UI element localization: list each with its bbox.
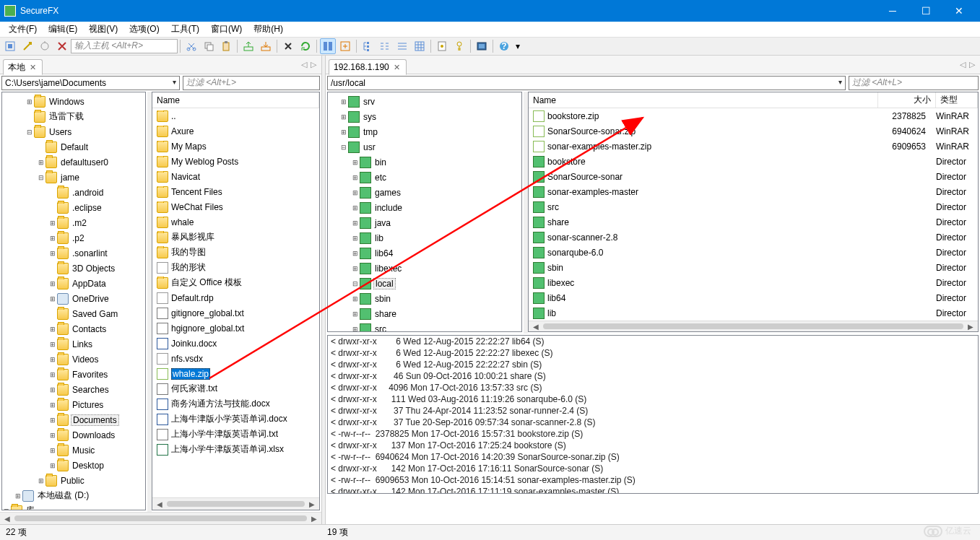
col-name[interactable]: Name bbox=[529, 92, 878, 108]
expand-icon[interactable]: ⊞ bbox=[48, 295, 57, 302]
tree-item[interactable]: ⊞tmp bbox=[328, 124, 521, 139]
expand-icon[interactable]: ⊞ bbox=[351, 204, 360, 212]
list-item[interactable]: SonarSource-sonarDirector bbox=[529, 169, 978, 184]
refresh-icon[interactable] bbox=[298, 38, 313, 54]
remote-file-list[interactable]: Name 大小 类型 bookstore.zip2378825WinRARSon… bbox=[528, 92, 979, 332]
expand-icon[interactable]: ⊞ bbox=[339, 113, 348, 121]
list-item[interactable]: Default.rdp bbox=[152, 290, 319, 305]
expand-icon[interactable]: ⊞ bbox=[25, 98, 34, 105]
hscroll-local-tree[interactable]: ◀▶ bbox=[0, 512, 321, 524]
tree-item[interactable]: ⊞Favorites bbox=[2, 367, 145, 382]
expand-icon[interactable]: ⊞ bbox=[48, 326, 57, 333]
local-filter-input[interactable]: 过滤 <Alt+L> bbox=[183, 76, 320, 90]
remote-log[interactable]: < drwxr-xr-x 6 Wed 12-Aug-2015 22:22:27 … bbox=[327, 335, 979, 494]
tree-item[interactable]: ⊞Searches bbox=[2, 382, 145, 397]
list-item[interactable]: 上海牛津版小学英语单词.docx bbox=[152, 411, 319, 427]
delete-icon[interactable] bbox=[280, 38, 296, 54]
list-item[interactable]: sonarqube-6.0Director bbox=[529, 245, 978, 260]
expand-icon[interactable]: ⊞ bbox=[37, 159, 45, 166]
tree-item[interactable]: 3D Objects bbox=[2, 261, 145, 276]
permissions-icon[interactable] bbox=[451, 38, 467, 54]
list-item[interactable]: SonarSource-sonar.zip6940624WinRAR bbox=[529, 123, 978, 139]
list-item[interactable]: lib64Director bbox=[529, 290, 978, 305]
list-item[interactable]: 上海小学牛津版英语单词.txt bbox=[152, 427, 319, 442]
reconnect-icon[interactable] bbox=[37, 38, 53, 54]
menu-file[interactable]: 文件(F) bbox=[3, 22, 43, 36]
connect-icon[interactable] bbox=[2, 38, 18, 54]
view-detail-icon[interactable] bbox=[394, 38, 410, 54]
view-tree-icon[interactable] bbox=[360, 38, 376, 54]
expand-icon[interactable]: ⊞ bbox=[351, 326, 360, 333]
expand-icon[interactable]: ⊞ bbox=[48, 386, 57, 393]
close-button[interactable]: ✕ bbox=[942, 0, 976, 22]
list-item[interactable]: whale.zip bbox=[152, 366, 319, 381]
tree-item[interactable]: ⊞sbin bbox=[328, 291, 521, 306]
tree-item[interactable]: ⊞AppData bbox=[2, 276, 145, 291]
maximize-button[interactable]: ☐ bbox=[909, 0, 942, 22]
list-item[interactable]: 暴风影视库 bbox=[152, 230, 319, 245]
tree-item[interactable]: ⊞.m2 bbox=[2, 215, 145, 230]
list-item[interactable]: sbinDirector bbox=[529, 260, 978, 275]
tree-item[interactable]: ⊞库 bbox=[2, 503, 145, 510]
tree-item[interactable]: ⊞Downloads bbox=[2, 427, 145, 443]
tab-remote[interactable]: 192.168.1.190 ✕ bbox=[329, 59, 407, 75]
list-item[interactable]: Joinku.docx bbox=[152, 336, 319, 351]
expand-icon[interactable]: ⊟ bbox=[351, 280, 360, 287]
tree-item[interactable]: Saved Gam bbox=[2, 306, 145, 321]
list-item[interactable]: hgignore_global.txt bbox=[152, 321, 319, 336]
list-item[interactable]: 我的形状 bbox=[152, 260, 319, 275]
dropdown-icon[interactable]: ▾ bbox=[513, 38, 522, 54]
list-item[interactable]: My Maps bbox=[152, 139, 319, 154]
copy-icon[interactable] bbox=[201, 38, 217, 54]
tree-item[interactable]: ⊞src bbox=[328, 321, 521, 332]
expand-icon[interactable]: ⊞ bbox=[48, 462, 57, 469]
download-icon[interactable] bbox=[258, 38, 274, 54]
list-item[interactable]: Tencent Files bbox=[152, 184, 319, 199]
tab-nav-left[interactable]: ◁ ▷ bbox=[301, 60, 318, 69]
tree-item[interactable]: ⊞lib64 bbox=[328, 245, 521, 261]
options-icon[interactable] bbox=[474, 38, 490, 54]
properties-icon[interactable] bbox=[434, 38, 450, 54]
expand-icon[interactable]: ⊞ bbox=[351, 310, 360, 318]
list-item[interactable]: gitignore_global.txt bbox=[152, 305, 319, 321]
list-item[interactable]: bookstoreDirector bbox=[529, 154, 978, 169]
tree-item[interactable]: ⊞本地磁盘 (D:) bbox=[2, 488, 145, 503]
expand-icon[interactable]: ⊞ bbox=[351, 295, 360, 302]
expand-icon[interactable]: ⊞ bbox=[48, 432, 57, 439]
remote-filter-input[interactable]: 过滤 <Alt+L> bbox=[849, 76, 979, 90]
remote-path-combo[interactable]: /usr/local bbox=[327, 76, 846, 90]
list-item[interactable]: .. bbox=[152, 108, 319, 123]
layout-single-icon[interactable] bbox=[337, 38, 353, 54]
tree-item[interactable]: ⊟local bbox=[328, 276, 521, 291]
list-item[interactable]: shareDirector bbox=[529, 214, 978, 230]
expand-icon[interactable]: ⊞ bbox=[48, 250, 57, 257]
expand-icon[interactable]: ⊞ bbox=[37, 477, 45, 484]
expand-icon[interactable]: ⊞ bbox=[48, 371, 57, 378]
tree-item[interactable]: ⊞.p2 bbox=[2, 230, 145, 245]
tree-item[interactable]: ⊞Videos bbox=[2, 352, 145, 367]
expand-icon[interactable]: ⊞ bbox=[339, 129, 348, 136]
expand-icon[interactable]: ⊞ bbox=[351, 250, 360, 257]
expand-icon[interactable]: ⊞ bbox=[48, 401, 57, 409]
expand-icon[interactable]: ⊞ bbox=[351, 174, 360, 181]
list-item[interactable]: WeChat Files bbox=[152, 199, 319, 214]
tree-item[interactable]: ⊞Music bbox=[2, 443, 145, 458]
host-input[interactable]: 输入主机 <Alt+R> bbox=[71, 39, 178, 53]
tree-item[interactable]: ⊞share bbox=[328, 306, 521, 321]
expand-icon[interactable]: ⊟ bbox=[37, 174, 45, 181]
list-item[interactable]: sonar-examples-master.zip6909653WinRAR bbox=[529, 139, 978, 154]
tree-item[interactable]: ⊞games bbox=[328, 185, 521, 200]
col-type[interactable]: 类型 bbox=[936, 92, 978, 108]
expand-icon[interactable]: ⊞ bbox=[14, 492, 22, 500]
list-item[interactable]: 何氏家谱.txt bbox=[152, 381, 319, 396]
list-item[interactable]: Axure bbox=[152, 123, 319, 139]
tree-item[interactable]: ⊞OneDrive bbox=[2, 291, 145, 306]
expand-icon[interactable]: ⊞ bbox=[48, 341, 57, 348]
tree-item[interactable]: ⊞Contacts bbox=[2, 321, 145, 336]
expand-icon[interactable]: ⊞ bbox=[48, 235, 57, 242]
tree-item[interactable]: ⊟usr bbox=[328, 139, 521, 154]
local-path-combo[interactable]: C:\Users\jame\Documents bbox=[1, 76, 180, 90]
quick-connect-icon[interactable] bbox=[19, 38, 35, 54]
expand-icon[interactable]: ⊞ bbox=[48, 417, 57, 424]
tree-item[interactable]: ⊞Documents bbox=[2, 412, 145, 427]
